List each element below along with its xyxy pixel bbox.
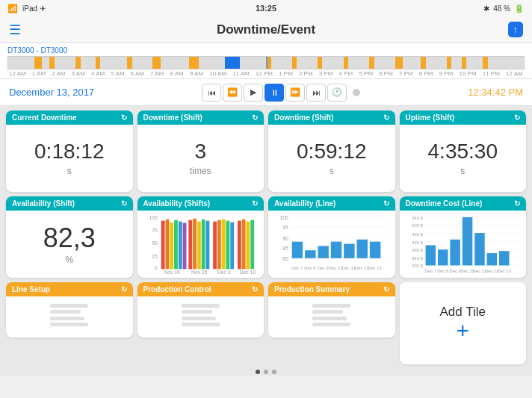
tile-downtime-shift-duration-unit: s (330, 166, 334, 176)
tile-availability-line-chart-label: Availability (Line) (274, 199, 335, 208)
svg-text:100: 100 (280, 215, 289, 220)
tile-availability-shifts-chart-refresh[interactable]: ↻ (252, 199, 258, 208)
date-label: December 13, 2017 (9, 87, 94, 98)
svg-rect-16 (188, 220, 192, 270)
svg-text:90: 90 (282, 236, 288, 241)
svg-rect-14 (178, 222, 182, 270)
tile-line-setup-refresh[interactable]: ↻ (121, 285, 127, 293)
svg-text:460 $: 460 $ (412, 232, 423, 237)
line-icon-row-4 (312, 323, 350, 326)
skip-to-start-button[interactable]: ⏮ (202, 84, 221, 102)
availability-line-bar-chart: 100 95 90 85 80 (272, 214, 392, 275)
line-icon-row-1 (312, 304, 350, 308)
svg-text:0: 0 (155, 265, 158, 270)
tile-availability-shift-refresh[interactable]: ↻ (121, 199, 127, 208)
svg-text:85: 85 (282, 246, 288, 251)
tile-current-downtime-unit: s (67, 166, 72, 176)
fast-forward-button[interactable]: ⏩ (285, 84, 305, 102)
tile-production-control-body (137, 296, 265, 334)
skip-to-end-button[interactable]: ⏭ (306, 84, 326, 102)
timeline-event-15 (421, 57, 426, 69)
svg-text:Dec 9: Dec 9 (449, 269, 460, 273)
timeline-event-5 (127, 57, 132, 69)
svg-text:80: 80 (282, 256, 288, 261)
page-dot-2[interactable] (264, 370, 268, 374)
pause-button[interactable]: ⏸ (265, 84, 284, 102)
timeline-event-10 (292, 57, 297, 69)
timeline-thumb[interactable] (266, 56, 268, 69)
line-setup-lines-icon (49, 301, 90, 329)
svg-text:Dec 11: Dec 11 (342, 266, 356, 270)
svg-rect-23 (221, 220, 225, 270)
tile-availability-shift-body: 82,3 % (6, 211, 133, 278)
svg-text:Dec 10: Dec 10 (329, 266, 342, 270)
svg-rect-44 (292, 242, 303, 258)
playback-controls: ⏮ ⏪ ▶ ⏸ ⏩ ⏭ 🕐 (202, 84, 360, 102)
menu-button[interactable]: ☰ (9, 22, 21, 38)
upload-button[interactable]: ↑ (508, 22, 524, 37)
svg-rect-26 (237, 221, 241, 270)
page-title: Downtime/Event (217, 22, 315, 37)
tile-downtime-shift-count-unit: times (190, 166, 211, 176)
bluetooth-icon: ✱ (483, 4, 489, 13)
play-button[interactable]: ▶ (244, 84, 263, 102)
svg-text:Nov 19: Nov 19 (164, 270, 180, 275)
svg-rect-28 (246, 222, 250, 270)
svg-text:Dec 13: Dec 13 (368, 266, 381, 270)
tile-production-control: Production Control ↻ (137, 282, 265, 338)
line-icon-row-1 (182, 304, 220, 308)
svg-text:Dec 3: Dec 3 (217, 270, 230, 275)
svg-rect-78 (498, 251, 509, 265)
tile-downtime-shift-duration: Downtime (Shift) ↻ 0:59:12 s (268, 111, 395, 192)
svg-rect-75 (462, 217, 472, 266)
tile-availability-shifts-chart-label: Availability (Shifts) (143, 199, 211, 208)
svg-rect-19 (201, 220, 205, 270)
tile-availability-line-chart-header: Availability (Line) ↻ (268, 196, 395, 211)
svg-rect-17 (193, 219, 197, 270)
timeline-bar[interactable] (7, 56, 525, 69)
svg-text:500 $: 500 $ (412, 223, 423, 228)
svg-rect-20 (205, 221, 209, 270)
tile-current-downtime-refresh[interactable]: ↻ (121, 114, 127, 122)
clock-button[interactable]: 🕐 (327, 84, 347, 102)
tile-downtime-shift-count-value: 3 (194, 140, 206, 164)
tile-downtime-cost-chart-refresh[interactable]: ↻ (514, 199, 520, 208)
timeline-event-11 (318, 57, 322, 69)
status-bar: 📶 iPad ✈ 13:25 ✱ 48 % 🔋 (0, 0, 532, 16)
timeline-event-3 (75, 57, 81, 69)
grouped-bar-chart: 100 75 50 25 0 (141, 214, 261, 275)
svg-rect-13 (174, 220, 178, 270)
tile-current-downtime-header: Current Downtime ↻ (6, 111, 133, 125)
svg-rect-18 (197, 222, 200, 270)
status-time: 13:25 (256, 4, 276, 13)
rewind-button[interactable]: ⏪ (223, 84, 242, 102)
add-tile-button[interactable]: Add Tile + (400, 282, 527, 364)
tile-downtime-shift-duration-label: Downtime (Shift) (274, 114, 333, 122)
tile-uptime-shift-refresh[interactable]: ↻ (514, 114, 520, 122)
svg-text:340 $: 340 $ (412, 256, 423, 261)
tile-downtime-shift-count-header: Downtime (Shift) ↻ (137, 111, 265, 125)
tile-production-summary-body (268, 296, 395, 334)
line-icon-row-2 (312, 310, 343, 314)
tile-production-control-refresh[interactable]: ↻ (252, 285, 258, 293)
status-dot (353, 89, 360, 96)
tile-downtime-shift-count-refresh[interactable]: ↻ (252, 114, 258, 122)
svg-rect-29 (250, 220, 254, 270)
svg-rect-15 (182, 223, 186, 270)
svg-text:Dec 13: Dec 13 (497, 269, 510, 273)
tile-production-summary-refresh[interactable]: ↻ (383, 285, 389, 293)
page-dot-3[interactable] (272, 370, 276, 374)
tile-downtime-shift-duration-refresh[interactable]: ↻ (383, 114, 389, 122)
svg-text:Dec 7: Dec 7 (291, 266, 303, 270)
svg-rect-22 (217, 220, 220, 270)
page-dot-1[interactable] (256, 370, 260, 374)
line-icon-row-3 (312, 317, 347, 320)
tile-downtime-shift-count-label: Downtime (Shift) (143, 114, 202, 122)
production-control-lines-icon (180, 301, 221, 329)
timeline-event-7 (189, 57, 200, 69)
timeline-event-18 (483, 57, 488, 69)
svg-text:Dec 8: Dec 8 (437, 269, 448, 273)
tile-uptime-shift-header: Uptime (Shift) ↻ (400, 111, 527, 125)
svg-rect-47 (331, 242, 341, 258)
tile-availability-line-chart-refresh[interactable]: ↻ (383, 199, 389, 208)
